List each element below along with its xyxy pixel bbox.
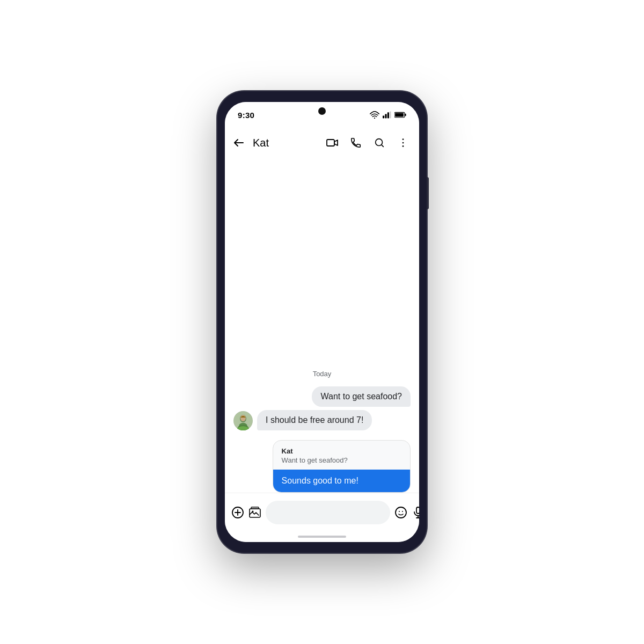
chat-area: Today Want to get seafood?: [225, 158, 419, 493]
gallery-button[interactable]: [248, 502, 261, 523]
emoji-button[interactable]: [394, 502, 407, 523]
wifi-icon: [370, 111, 379, 119]
svg-point-22: [396, 507, 406, 518]
home-indicator: [225, 531, 419, 542]
smart-reply-card[interactable]: Kat Want to get seafood? Sounds good to …: [273, 440, 411, 493]
date-label: Today: [233, 361, 411, 378]
incoming-message-1: I should be free around 7!: [257, 410, 372, 430]
signal-icon: [383, 111, 391, 119]
svg-point-12: [402, 145, 404, 147]
svg-point-0: [374, 118, 375, 119]
svg-rect-3: [387, 112, 389, 118]
phone-device: 9:30: [217, 91, 427, 553]
add-button[interactable]: [231, 502, 244, 523]
svg-rect-1: [383, 116, 384, 119]
more-options-button[interactable]: [391, 131, 415, 155]
status-bar: 9:30: [225, 102, 419, 128]
video-call-button[interactable]: [320, 131, 344, 155]
avatar: [233, 411, 253, 430]
svg-rect-25: [416, 507, 419, 514]
voice-button[interactable]: [412, 502, 419, 523]
messages-group: Want to get seafood?: [233, 386, 411, 493]
smart-reply-preview: Want to get seafood?: [273, 456, 410, 470]
svg-rect-2: [385, 114, 386, 118]
svg-rect-7: [395, 113, 404, 116]
battery-icon: [394, 112, 406, 118]
svg-point-10: [402, 138, 404, 140]
back-button[interactable]: [227, 131, 251, 155]
incoming-message-row-1: I should be free around 7!: [233, 410, 411, 430]
conversation-title: Kat: [251, 137, 320, 149]
svg-point-24: [402, 511, 403, 512]
outgoing-message-1: Want to get seafood?: [312, 386, 411, 407]
smart-reply-sender: Kat: [273, 441, 410, 456]
avatar-image: [233, 411, 253, 430]
svg-point-21: [252, 510, 254, 512]
message-input[interactable]: [266, 501, 390, 524]
search-button[interactable]: [368, 131, 391, 155]
svg-point-16: [240, 415, 246, 421]
svg-rect-6: [405, 114, 406, 116]
app-header: Kat: [225, 128, 419, 158]
camera-notch: [318, 107, 326, 115]
header-actions: [320, 131, 415, 155]
svg-point-9: [376, 139, 383, 146]
svg-rect-8: [327, 140, 334, 146]
phone-call-button[interactable]: [344, 131, 368, 155]
svg-rect-4: [390, 112, 391, 119]
home-bar: [298, 536, 346, 538]
smart-reply-suggestion[interactable]: Sounds good to me!: [273, 470, 410, 492]
input-bar: [225, 493, 419, 531]
svg-point-23: [399, 511, 400, 512]
phone-screen: 9:30: [225, 102, 419, 542]
svg-rect-20: [251, 507, 259, 509]
status-time: 9:30: [238, 111, 254, 120]
status-icons: [370, 111, 406, 119]
svg-point-11: [402, 142, 404, 144]
